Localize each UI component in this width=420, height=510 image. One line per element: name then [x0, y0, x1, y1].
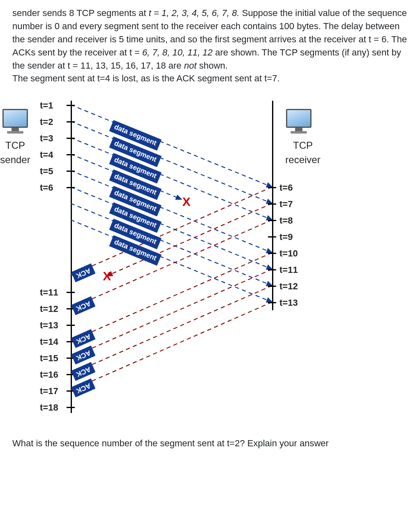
problem-text: sender sends 8 TCP segments at t = 1, 2,…	[12, 7, 408, 85]
data-segment-line	[71, 138, 272, 220]
sender-time-label: t=4	[40, 148, 53, 162]
receiver-tick	[268, 269, 276, 270]
data-segment-line	[71, 121, 272, 203]
sender-time-label: t=5	[40, 165, 53, 178]
sender-time-label: t=3	[40, 132, 53, 145]
not-italic: not	[184, 60, 197, 71]
data-segment-line	[71, 171, 272, 253]
receiver-time-label: t=10	[279, 247, 298, 260]
text: sender sends 8 TCP segments at	[12, 8, 149, 18]
receiver-tick	[268, 220, 276, 221]
data-segment-line	[71, 187, 272, 269]
sender-time-label: t=11	[40, 286, 58, 299]
ack-line	[71, 253, 272, 341]
data-segment-line	[71, 203, 272, 286]
question-text: What is the sequence number of the segme…	[12, 437, 408, 450]
loss-text: The segment sent at t=4 is lost, as is t…	[12, 73, 280, 83]
ack-line	[71, 286, 272, 374]
receiver-time-label: t=9	[279, 231, 293, 244]
sender-time-label: t=6	[40, 181, 53, 194]
ack-line	[71, 269, 272, 358]
ack-line	[71, 220, 272, 308]
page-root: sender sends 8 TCP segments at t = 1, 2,…	[0, 0, 420, 462]
tcp-timeline-diagram: TCP sender TCP receiver t=1t=2t=3t=4t=5t…	[9, 97, 297, 429]
sender-tick	[67, 187, 75, 188]
receiver-tick	[268, 302, 276, 303]
receiver-tick	[268, 187, 276, 188]
data-segment-line	[71, 105, 272, 187]
sender-time-label: t=13	[40, 319, 58, 332]
sender-time-label: t=16	[40, 368, 58, 381]
receiver-tick	[268, 203, 276, 205]
sender-tick	[67, 407, 75, 408]
lost-ack-icon: X	[103, 267, 111, 285]
sender-tick	[67, 121, 75, 122]
receiver-time-label: t=11	[279, 263, 298, 277]
times-italic: t = 1, 2, 3, 4, 5, 6, 7, 8.	[149, 8, 240, 18]
sender-tick	[67, 138, 75, 139]
sender-time-label: t=14	[40, 335, 58, 348]
sender-tick	[67, 105, 75, 106]
sender-tick	[67, 292, 75, 293]
receiver-time-label: t=6	[279, 181, 293, 194]
lost-segment-icon: X	[182, 193, 190, 211]
text: shown.	[196, 60, 228, 71]
sender-time-label: t=2	[40, 115, 53, 129]
ack-line	[71, 302, 272, 390]
ack-line	[71, 187, 272, 275]
receiver-tick	[268, 253, 276, 254]
sender-time-label: t=17	[40, 385, 58, 398]
sender-time-label: t=12	[40, 302, 58, 316]
ack-times-italic: 6, 7, 8, 10, 11, 12	[142, 47, 212, 58]
sender-tick	[67, 325, 75, 326]
sender-time-label: t=15	[40, 352, 58, 365]
sender-tick	[67, 171, 75, 172]
sender-time-label: t=18	[40, 401, 58, 414]
receiver-time-label: t=12	[279, 280, 298, 293]
receiver-tick	[268, 286, 276, 287]
receiver-tick	[268, 236, 276, 238]
receiver-time-label: t=13	[279, 296, 298, 309]
sender-tick	[67, 154, 75, 155]
data-segment-line	[71, 220, 272, 302]
sender-time-label: t=1	[40, 99, 53, 112]
receiver-time-label: t=8	[279, 214, 293, 227]
receiver-time-label: t=7	[279, 198, 293, 211]
